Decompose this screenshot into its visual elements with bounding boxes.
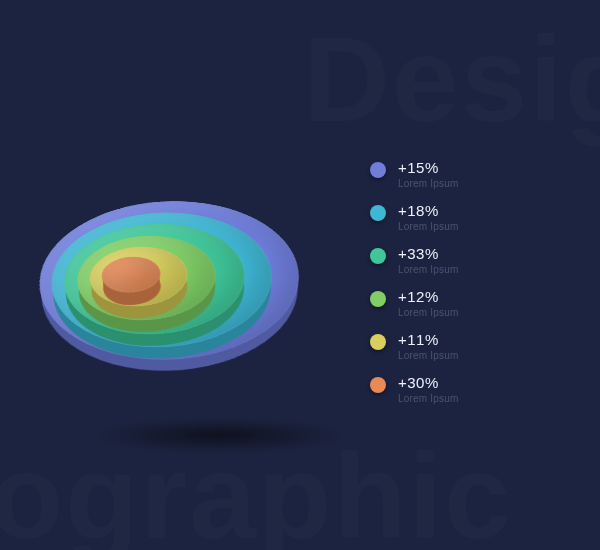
legend-caption: Lorem Ipsum — [398, 307, 459, 318]
legend-swatch-icon — [370, 248, 386, 264]
legend-caption: Lorem Ipsum — [398, 221, 459, 232]
chart-legend: +15%Lorem Ipsum+18%Lorem Ipsum+33%Lorem … — [370, 160, 550, 418]
legend-caption: Lorem Ipsum — [398, 393, 459, 404]
legend-row-1: +18%Lorem Ipsum — [370, 203, 550, 232]
chart-stage — [60, 120, 380, 440]
legend-text: +15%Lorem Ipsum — [398, 160, 459, 189]
legend-swatch-icon — [370, 334, 386, 350]
legend-text: +30%Lorem Ipsum — [398, 375, 459, 404]
legend-caption: Lorem Ipsum — [398, 264, 459, 275]
legend-value: +15% — [398, 160, 459, 175]
legend-text: +12%Lorem Ipsum — [398, 289, 459, 318]
legend-value: +33% — [398, 246, 459, 261]
legend-value: +12% — [398, 289, 459, 304]
legend-value: +11% — [398, 332, 459, 347]
legend-caption: Lorem Ipsum — [398, 178, 459, 189]
legend-text: +33%Lorem Ipsum — [398, 246, 459, 275]
legend-row-4: +11%Lorem Ipsum — [370, 332, 550, 361]
legend-caption: Lorem Ipsum — [398, 350, 459, 361]
legend-swatch-icon — [370, 291, 386, 307]
legend-row-5: +30%Lorem Ipsum — [370, 375, 550, 404]
legend-text: +18%Lorem Ipsum — [398, 203, 459, 232]
legend-row-2: +33%Lorem Ipsum — [370, 246, 550, 275]
legend-text: +11%Lorem Ipsum — [398, 332, 459, 361]
legend-swatch-icon — [370, 377, 386, 393]
legend-row-0: +15%Lorem Ipsum — [370, 160, 550, 189]
legend-value: +18% — [398, 203, 459, 218]
legend-value: +30% — [398, 375, 459, 390]
legend-row-3: +12%Lorem Ipsum — [370, 289, 550, 318]
legend-swatch-icon — [370, 162, 386, 178]
legend-swatch-icon — [370, 205, 386, 221]
